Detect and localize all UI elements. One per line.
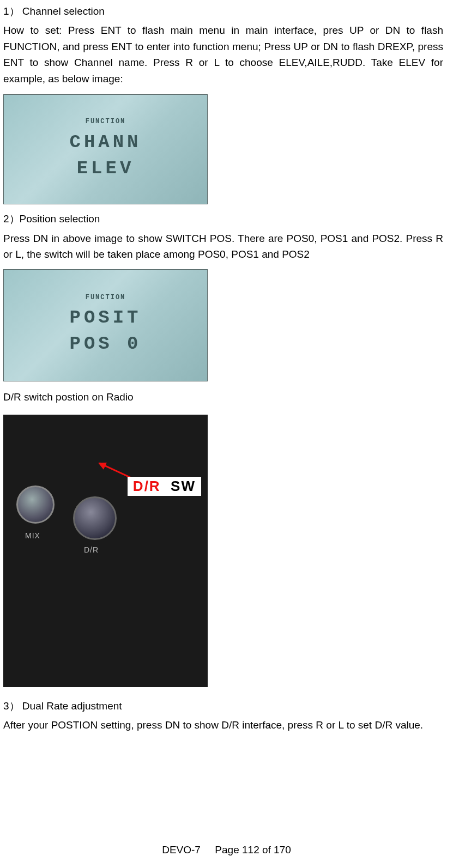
dr-label: D/R (84, 545, 99, 554)
section-3-heading: 3） Dual Rate adjustment (3, 698, 443, 714)
footer-page: Page 112 of 170 (215, 844, 291, 855)
lcd-content: FUNCTION POSIT POS 0 (69, 293, 141, 357)
lcd-caption: FUNCTION (69, 117, 141, 126)
lcd-screenshot-channel: FUNCTION CHANN ELEV (3, 94, 208, 204)
section-3-body: After your POSTION setting, press DN to … (3, 717, 443, 733)
mix-knob-graphic (16, 485, 55, 524)
dr-switch-caption: D/R switch postion on Radio (3, 389, 443, 405)
document-page: 1） Channel selection How to set: Press E… (0, 0, 453, 868)
section-2-body: Press DN in above image to show SWITCH P… (3, 230, 443, 263)
radio-photo: MIX D/R D/R SW (3, 415, 208, 687)
section-1-body: How to set: Press ENT to flash main menu… (3, 22, 443, 87)
mix-label: MIX (25, 531, 40, 540)
lcd-content: FUNCTION CHANN ELEV (69, 117, 141, 181)
annotation-label: D/R SW (128, 477, 201, 496)
lcd-line-1: POSIT (69, 305, 141, 331)
footer-model: DEVO-7 (162, 844, 201, 855)
annotation-black-text-val: SW (171, 478, 196, 494)
annotation-red-text: D/R (133, 478, 161, 494)
annotation-black-text (166, 478, 171, 494)
lcd-line-1: CHANN (69, 130, 141, 156)
lcd-caption: FUNCTION (69, 293, 141, 302)
section-2-heading: 2）Position selection (3, 211, 443, 227)
dr-knob-graphic (73, 496, 117, 540)
lcd-screenshot-position: FUNCTION POSIT POS 0 (3, 269, 208, 381)
lcd-line-2: ELEV (69, 156, 141, 182)
section-1-heading: 1） Channel selection (3, 3, 443, 19)
page-footer: DEVO-7 Page 112 of 170 (0, 844, 453, 856)
lcd-line-2: POS 0 (69, 331, 141, 357)
